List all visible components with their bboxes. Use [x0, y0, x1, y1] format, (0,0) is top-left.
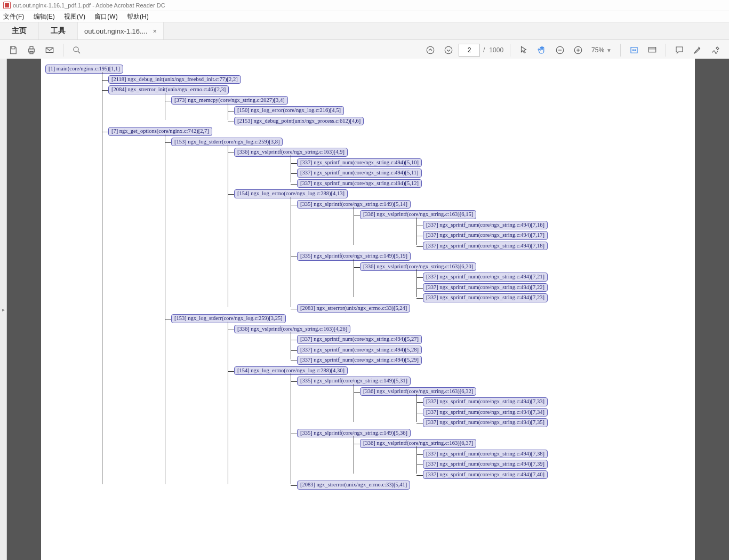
zoom-level-value: 75%: [591, 46, 604, 54]
zoom-out-icon[interactable]: [552, 42, 568, 58]
tree-node-label: [337] ngx_sprintf_num(core/ngx_string.c:…: [423, 397, 548, 406]
pdf-page: [1] main(core/nginx.c:195)[1,1][2118] ng…: [41, 59, 695, 560]
page-number-input[interactable]: [459, 44, 480, 57]
svg-rect-10: [648, 47, 656, 52]
email-icon[interactable]: [42, 42, 58, 58]
tree-node[interactable]: [337] ngx_sprintf_num(core/ngx_string.c:…: [423, 450, 548, 459]
page-down-icon[interactable]: [440, 42, 456, 58]
tree-node[interactable]: [337] ngx_sprintf_num(core/ngx_string.c:…: [423, 242, 548, 251]
sign-icon[interactable]: [708, 42, 724, 58]
tree-node[interactable]: [337] ngx_sprintf_num(core/ngx_string.c:…: [297, 179, 548, 188]
tree-node-label: [336] ngx_vslprintf(core/ngx_string.c:16…: [360, 262, 476, 271]
tree-node[interactable]: [2083] ngx_strerror(unix/ngx_errno.c:33)…: [297, 304, 548, 313]
page-up-icon[interactable]: [422, 42, 438, 58]
hand-tool-icon[interactable]: [534, 42, 550, 58]
page-separator: /: [483, 46, 485, 54]
tree-node[interactable]: [337] ngx_sprintf_num(core/ngx_string.c:…: [423, 231, 548, 240]
tree-node[interactable]: [2118] ngx_debug_init(unix/ngx_freebsd_i…: [108, 75, 548, 84]
tree-node[interactable]: [335] ngx_slprintf(core/ngx_string.c:149…: [297, 252, 548, 302]
tree-node[interactable]: [337] ngx_sprintf_num(core/ngx_string.c:…: [423, 470, 548, 479]
menu-help[interactable]: 帮助(H): [127, 13, 149, 20]
tree-node[interactable]: [153] ngx_log_stderr(core/ngx_log.c:259)…: [171, 138, 548, 313]
tree-node-label: [337] ngx_sprintf_num(core/ngx_string.c:…: [423, 273, 548, 282]
tree-node-label: [2084] ngx_strerror_init(unix/ngx_errno.…: [108, 85, 229, 94]
tab-home[interactable]: 主页: [0, 22, 39, 39]
tree-node[interactable]: [373] ngx_memcpy(core/ngx_string.c:2027)…: [171, 96, 548, 126]
tree-node[interactable]: [337] ngx_sprintf_num(core/ngx_string.c:…: [297, 335, 548, 344]
tree-node[interactable]: [336] ngx_vslprintf(core/ngx_string.c:16…: [360, 210, 548, 250]
tree-children: [2118] ngx_debug_init(unix/ngx_freebsd_i…: [108, 75, 548, 490]
zoom-in-icon[interactable]: [570, 42, 586, 58]
tree-node-label: [337] ngx_sprintf_num(core/ngx_string.c:…: [297, 169, 422, 178]
page-viewport[interactable]: [1] main(core/nginx.c:195)[1,1][2118] ng…: [7, 59, 729, 560]
tree-node-label: [337] ngx_sprintf_num(core/ngx_string.c:…: [423, 450, 548, 459]
search-icon[interactable]: [69, 42, 85, 58]
tree-node[interactable]: [154] ngx_log_errno(core/ngx_log.c:288)[…: [234, 366, 548, 490]
tree-node-label: [337] ngx_sprintf_num(core/ngx_string.c:…: [297, 346, 422, 355]
tree-node[interactable]: [336] ngx_vslprintf(core/ngx_string.c:16…: [234, 325, 548, 365]
tree-node[interactable]: [337] ngx_sprintf_num(core/ngx_string.c:…: [297, 356, 548, 365]
tree-node-label: [337] ngx_sprintf_num(core/ngx_string.c:…: [423, 460, 548, 469]
menu-file[interactable]: 文件(F): [3, 13, 24, 20]
window-titlebar: out.out.nginx-1.16.1_pdf.1.pdf - Adobe A…: [0, 0, 729, 11]
tree-children: [337] ngx_sprintf_num(core/ngx_string.c:…: [423, 273, 548, 302]
tree-node[interactable]: [337] ngx_sprintf_num(core/ngx_string.c:…: [423, 460, 548, 469]
tree-node[interactable]: [2083] ngx_strerror(unix/ngx_errno.c:33)…: [297, 481, 548, 490]
tree-node[interactable]: [150] ngx_log_error(core/ngx_log.c:216)[…: [234, 106, 548, 115]
tree-node[interactable]: [153] ngx_log_stderr(core/ngx_log.c:259)…: [171, 314, 548, 490]
tab-document[interactable]: out.out.nginx-1.16.... ×: [78, 22, 164, 39]
sidebar-toggle[interactable]: ▸: [0, 59, 7, 560]
tree-node[interactable]: [336] ngx_vslprintf(core/ngx_string.c:16…: [360, 387, 548, 427]
tree-node[interactable]: [335] ngx_slprintf(core/ngx_string.c:149…: [297, 429, 548, 479]
menu-bar: 文件(F) 编辑(E) 视图(V) 窗口(W) 帮助(H): [0, 11, 729, 22]
tree-children: [336] ngx_vslprintf(core/ngx_string.c:16…: [234, 325, 548, 490]
print-icon[interactable]: [23, 42, 39, 58]
call-tree: [1] main(core/nginx.c:195)[1,1][2118] ng…: [45, 63, 548, 491]
tree-node[interactable]: [337] ngx_sprintf_num(core/ngx_string.c:…: [297, 169, 548, 178]
tree-node[interactable]: [337] ngx_sprintf_num(core/ngx_string.c:…: [423, 221, 548, 230]
tree-node-label: [337] ngx_sprintf_num(core/ngx_string.c:…: [423, 283, 548, 292]
tree-node[interactable]: [336] ngx_vslprintf(core/ngx_string.c:16…: [360, 262, 548, 302]
tree-node-label: [337] ngx_sprintf_num(core/ngx_string.c:…: [297, 356, 422, 365]
tab-strip: 主页 工具 out.out.nginx-1.16.... ×: [0, 22, 729, 40]
tree-children: [373] ngx_memcpy(core/ngx_string.c:2027)…: [171, 96, 548, 126]
tree-node[interactable]: [337] ngx_sprintf_num(core/ngx_string.c:…: [423, 418, 548, 427]
tree-children: [337] ngx_sprintf_num(core/ngx_string.c:…: [423, 221, 548, 251]
tree-node[interactable]: [337] ngx_sprintf_num(core/ngx_string.c:…: [423, 293, 548, 302]
highlight-icon[interactable]: [690, 42, 706, 58]
save-icon[interactable]: [5, 42, 21, 58]
tree-node[interactable]: [335] ngx_slprintf(core/ngx_string.c:149…: [297, 377, 548, 427]
tree-node[interactable]: [154] ngx_log_errno(core/ngx_log.c:288)[…: [234, 189, 548, 313]
tree-children: [337] ngx_sprintf_num(core/ngx_string.c:…: [423, 397, 548, 427]
fit-width-icon[interactable]: [626, 42, 642, 58]
close-tab-icon[interactable]: ×: [153, 27, 157, 35]
window-title: out.out.nginx-1.16.1_pdf.1.pdf - Adobe A…: [13, 0, 165, 11]
tree-node[interactable]: [1] main(core/nginx.c:195)[1,1][2118] ng…: [45, 65, 548, 490]
tree-node[interactable]: [337] ngx_sprintf_num(core/ngx_string.c:…: [423, 283, 548, 292]
tree-node-label: [336] ngx_vslprintf(core/ngx_string.c:16…: [360, 210, 476, 219]
tree-node[interactable]: [2153] ngx_debug_point(unix/ngx_process.…: [234, 117, 548, 126]
tree-node[interactable]: [337] ngx_sprintf_num(core/ngx_string.c:…: [297, 346, 548, 355]
tree-node[interactable]: [7] ngx_get_options(core/nginx.c:742)[2,…: [108, 127, 548, 490]
tree-node[interactable]: [337] ngx_sprintf_num(core/ngx_string.c:…: [423, 408, 548, 417]
tree-node[interactable]: [336] ngx_vslprintf(core/ngx_string.c:16…: [360, 439, 548, 479]
tree-node[interactable]: [337] ngx_sprintf_num(core/ngx_string.c:…: [423, 273, 548, 282]
tree-node[interactable]: [337] ngx_sprintf_num(core/ngx_string.c:…: [423, 397, 548, 406]
svg-point-6: [445, 46, 452, 54]
zoom-level-dropdown[interactable]: 75% ▼: [588, 44, 615, 57]
tree-children: [335] ngx_slprintf(core/ngx_string.c:149…: [297, 200, 548, 313]
tab-tools[interactable]: 工具: [39, 22, 78, 39]
tree-node[interactable]: [336] ngx_vslprintf(core/ngx_string.c:16…: [234, 148, 548, 188]
menu-edit[interactable]: 编辑(E): [34, 13, 55, 20]
menu-view[interactable]: 视图(V): [64, 13, 85, 20]
menu-window[interactable]: 窗口(W): [94, 13, 117, 20]
pointer-icon[interactable]: [516, 42, 532, 58]
tree-node-label: [337] ngx_sprintf_num(core/ngx_string.c:…: [423, 408, 548, 417]
read-mode-icon[interactable]: [644, 42, 660, 58]
tree-node[interactable]: [335] ngx_slprintf(core/ngx_string.c:149…: [297, 200, 548, 251]
tree-node-label: [337] ngx_sprintf_num(core/ngx_string.c:…: [423, 418, 548, 427]
comment-icon[interactable]: [671, 42, 687, 58]
tree-node[interactable]: [2084] ngx_strerror_init(unix/ngx_errno.…: [108, 85, 548, 125]
toolbar-separator: [620, 44, 621, 57]
tree-node[interactable]: [337] ngx_sprintf_num(core/ngx_string.c:…: [297, 158, 548, 167]
